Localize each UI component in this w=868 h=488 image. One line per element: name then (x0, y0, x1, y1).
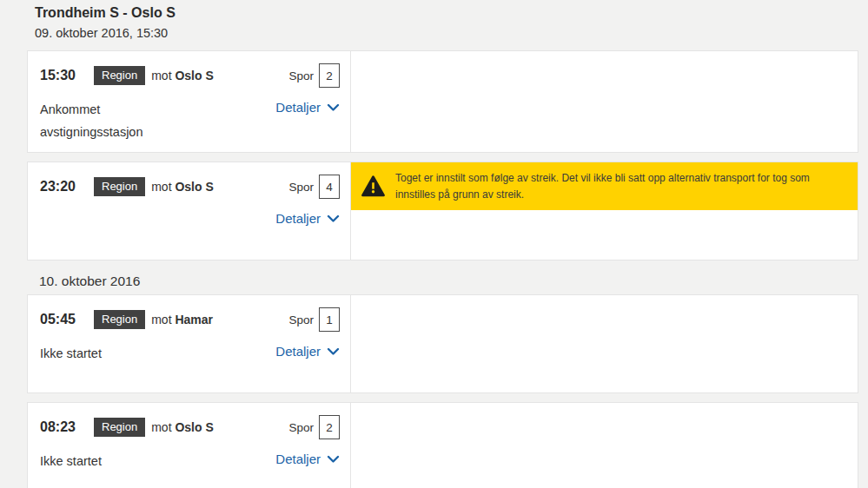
departure-time: 23:20 (40, 179, 94, 195)
chevron-down-icon (327, 209, 340, 228)
page-date: 09. oktober 2016, 15:30 (35, 27, 868, 40)
details-label: Detaljer (275, 450, 321, 469)
track-group: Spor 1 (288, 307, 340, 332)
track-number: 2 (319, 415, 340, 439)
row-left-cell: 08:23 Region mot Oslo S Spor 2 Ikke star… (28, 403, 351, 488)
track-group: Spor 2 (288, 63, 340, 88)
track-label: Spor (288, 181, 314, 194)
departure-row: 08:23 Region mot Oslo S Spor 2 Ikke star… (27, 402, 858, 488)
train-type-badge: Region (94, 310, 145, 329)
departure-board: 15:30 Region mot Oslo S Spor 2 Ankommet … (27, 50, 858, 488)
track-number: 2 (319, 63, 340, 88)
chevron-down-icon (327, 450, 340, 469)
row-message-cell (351, 295, 858, 392)
train-type-badge: Region (94, 418, 145, 437)
details-label: Detaljer (275, 98, 321, 117)
page-header: Trondheim S - Oslo S 09. oktober 2016, 1… (0, 0, 868, 40)
section-date-heading: 10. oktober 2016 (27, 269, 858, 294)
departure-time: 15:30 (40, 68, 94, 83)
row-left-cell: 05:45 Region mot Hamar Spor 1 Ikke start… (28, 295, 351, 392)
destination-label: mot Oslo S (151, 69, 214, 82)
details-link[interactable]: Detaljer (275, 98, 340, 117)
destination-label: mot Oslo S (151, 180, 214, 194)
departure-row: 23:20 Region mot Oslo S Spor 4 Detaljer (27, 162, 858, 260)
mot-label: mot (151, 420, 171, 434)
departure-row: 15:30 Region mot Oslo S Spor 2 Ankommet … (27, 50, 858, 153)
departure-time: 05:45 (40, 312, 94, 327)
details-link[interactable]: Detaljer (275, 342, 340, 361)
destination-name: Hamar (175, 313, 213, 326)
warning-icon (361, 175, 385, 197)
row-message-cell (351, 403, 858, 488)
departure-time: 08:23 (40, 419, 94, 435)
row-left-cell: 15:30 Region mot Oslo S Spor 2 Ankommet … (28, 51, 351, 152)
chevron-down-icon (327, 342, 340, 361)
track-group: Spor 4 (288, 175, 340, 199)
track-number: 4 (319, 175, 340, 199)
page-title: Trondheim S - Oslo S (35, 5, 868, 20)
destination-label: mot Hamar (151, 313, 213, 326)
alert-banner: Toget er innstilt som følge av streik. D… (351, 162, 858, 210)
status-text: Ikke startet (40, 342, 102, 365)
destination-label: mot Oslo S (151, 420, 214, 434)
destination-name: Oslo S (175, 180, 213, 194)
train-type-badge: Region (94, 177, 145, 196)
details-link[interactable]: Detaljer (275, 209, 340, 228)
track-group: Spor 2 (288, 415, 340, 439)
mot-label: mot (151, 180, 171, 194)
chevron-down-icon (327, 98, 340, 117)
destination-name: Oslo S (175, 420, 213, 434)
details-label: Detaljer (275, 342, 321, 361)
departure-row: 05:45 Region mot Hamar Spor 1 Ikke start… (27, 294, 858, 393)
destination-name: Oslo S (175, 69, 213, 82)
status-text: Ankommet avstigningsstasjon (40, 98, 175, 143)
mot-label: mot (151, 313, 171, 326)
row-left-cell: 23:20 Region mot Oslo S Spor 4 Detaljer (28, 162, 351, 260)
mot-label: mot (151, 69, 171, 82)
track-label: Spor (288, 313, 314, 326)
track-label: Spor (288, 69, 314, 82)
alert-text: Toget er innstilt som følge av streik. D… (395, 170, 844, 202)
status-text: Ikke startet (40, 450, 102, 472)
train-type-badge: Region (94, 66, 145, 85)
details-label: Detaljer (275, 209, 321, 228)
track-number: 1 (319, 307, 340, 332)
track-label: Spor (288, 421, 314, 434)
row-message-cell: Toget er innstilt som følge av streik. D… (351, 162, 858, 260)
details-link[interactable]: Detaljer (275, 450, 340, 469)
row-message-cell (351, 51, 858, 152)
